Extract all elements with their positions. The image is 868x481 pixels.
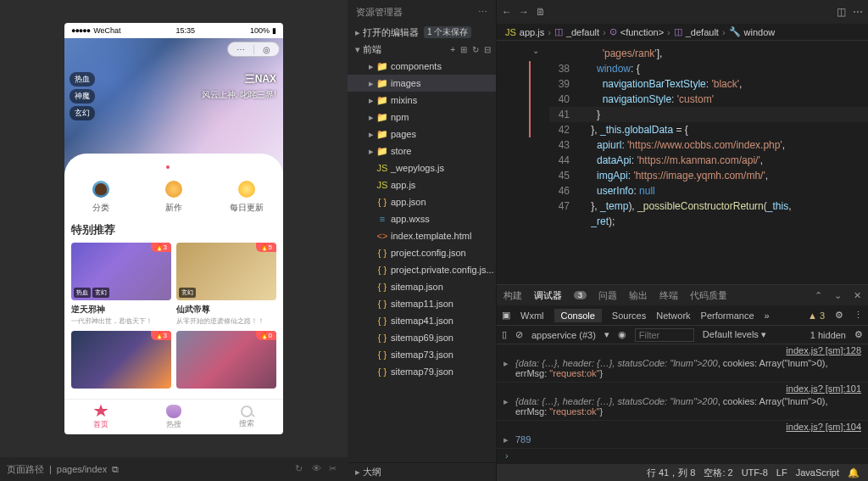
file-tree-item[interactable]: ▸📁pages bbox=[348, 126, 496, 143]
category-item[interactable]: 新作 bbox=[137, 181, 210, 214]
crumb[interactable]: _default bbox=[566, 27, 599, 37]
close-icon[interactable]: ✕ bbox=[854, 290, 861, 301]
page-path-label: 页面路径 bbox=[7, 463, 44, 476]
dev-tab[interactable]: 输出 bbox=[629, 289, 648, 302]
crumb[interactable]: _default bbox=[686, 27, 719, 37]
file-tree-item[interactable]: { }sitemap41.json bbox=[348, 312, 496, 329]
chevron-down-icon[interactable]: ⌄ bbox=[834, 290, 842, 301]
file-tree-item[interactable]: { }app.json bbox=[348, 193, 496, 210]
file-tree-item[interactable]: { }sitemap.json bbox=[348, 278, 496, 295]
file-tree-item[interactable]: ≡app.wxss bbox=[348, 210, 496, 227]
dev-tab[interactable]: 终端 bbox=[659, 289, 678, 302]
card-item[interactable]: 玄幻🔥5 仙武帝尊 从零开始的逆袭修仙之路！！ bbox=[176, 243, 276, 326]
card-item[interactable]: 热血玄幻🔥3 逆天邪神 一代邪神出世，君临天下！ bbox=[71, 243, 171, 326]
dev-tab[interactable]: 构建 bbox=[504, 289, 522, 302]
console-log-area[interactable]: index.js? [sm]:128{data: {…}, header: {…… bbox=[497, 344, 868, 464]
nav-search[interactable]: 搜索 bbox=[210, 400, 283, 434]
hidden-count[interactable]: 1 hidden bbox=[810, 330, 846, 340]
dev-tab[interactable]: 调试器 bbox=[534, 289, 562, 302]
crumb[interactable]: window bbox=[744, 27, 776, 37]
sidebar-toggle-icon[interactable]: ▯ bbox=[502, 329, 507, 340]
dev-tab[interactable]: 代码质量 bbox=[690, 289, 727, 302]
gear-icon[interactable]: ⚙ bbox=[854, 329, 863, 340]
file-tree-item[interactable]: { }sitemap69.json bbox=[348, 329, 496, 346]
file-icon[interactable]: 🗎 bbox=[536, 6, 546, 18]
page-path-value[interactable]: pages/index bbox=[57, 464, 107, 474]
context-select[interactable]: appservice (#3) bbox=[531, 330, 596, 340]
devtools-panel: 构建 调试器 3 问题 输出 终端 代码质量 ⌃ ⌄ ✕ ▣ Wxml Cons… bbox=[497, 284, 868, 464]
category-item[interactable]: 每日更新 bbox=[210, 181, 283, 214]
levels-select[interactable]: Default levels ▾ bbox=[703, 329, 766, 340]
root-folder-row[interactable]: ▾ 前端 + ⊞ ↻ ⊟ bbox=[348, 41, 496, 58]
heat-badge: 🔥5 bbox=[256, 243, 276, 252]
file-tree-item[interactable]: JSapp.js bbox=[348, 176, 496, 193]
capsule-menu[interactable]: ⋯◎ bbox=[227, 42, 280, 57]
capsule-close-icon[interactable]: ◎ bbox=[254, 45, 280, 54]
sub-tab[interactable]: Console bbox=[554, 309, 602, 322]
capsule-more-icon[interactable]: ⋯ bbox=[228, 45, 254, 54]
devtools-tabs: 构建 调试器 3 问题 输出 终端 代码质量 ⌃ ⌄ ✕ bbox=[497, 285, 868, 305]
indent-label[interactable]: 空格: 2 bbox=[704, 467, 732, 479]
collapse-icon[interactable]: ⊟ bbox=[484, 45, 491, 54]
bell-icon[interactable]: 🔔 bbox=[848, 467, 860, 478]
category-label: 分类 bbox=[92, 202, 109, 214]
signal-icon: ●●●●● bbox=[71, 26, 90, 35]
file-tree-item[interactable]: ▸📁npm bbox=[348, 109, 496, 126]
filter-input[interactable] bbox=[635, 328, 694, 342]
lang-label[interactable]: JavaScript bbox=[796, 467, 839, 478]
new-folder-icon[interactable]: ⊞ bbox=[460, 45, 467, 54]
file-tree-item[interactable]: { }sitemap11.json bbox=[348, 295, 496, 312]
card-item[interactable]: 🔥3 bbox=[71, 331, 171, 389]
file-tree-item[interactable]: ▸📁components bbox=[348, 58, 496, 75]
battery-icon: ▮ bbox=[272, 26, 276, 35]
inspect-icon[interactable]: ▣ bbox=[502, 310, 510, 321]
nav-home[interactable]: 首页 bbox=[64, 400, 137, 434]
chevron-up-icon[interactable]: ⌃ bbox=[815, 290, 822, 301]
gear-icon[interactable]: ⚙ bbox=[835, 310, 843, 321]
card-item[interactable]: 🔥0 bbox=[176, 331, 276, 389]
file-tree-item[interactable]: { }sitemap79.json bbox=[348, 363, 496, 380]
outline-row[interactable]: ▸ 大纲 bbox=[348, 462, 496, 481]
encoding-label[interactable]: UTF-8 bbox=[742, 467, 768, 478]
warning-count[interactable]: ▲ 3 bbox=[808, 310, 825, 321]
sub-tab[interactable]: Wxml bbox=[520, 310, 544, 321]
back-icon[interactable]: ← bbox=[502, 6, 512, 18]
crumb[interactable]: <function> bbox=[620, 27, 664, 37]
breadcrumb[interactable]: JSapp.js ›◫_default ›⊙<function> ›◫_defa… bbox=[497, 24, 868, 41]
eye-icon[interactable]: 👁 bbox=[312, 463, 324, 475]
sub-tab[interactable]: Network bbox=[656, 310, 690, 321]
nav-hot[interactable]: 热搜 bbox=[137, 400, 210, 434]
crumb[interactable]: app.js bbox=[520, 27, 544, 37]
sub-tab[interactable]: Performance bbox=[701, 310, 754, 321]
split-icon[interactable]: ◫ bbox=[837, 6, 846, 18]
file-tree-item[interactable]: ▸📁mixins bbox=[348, 92, 496, 109]
file-tree-item[interactable]: { }project.config.json bbox=[348, 244, 496, 261]
more-tabs-icon[interactable]: » bbox=[765, 310, 770, 321]
open-editors-row[interactable]: ▸ 打开的编辑器 1 个未保存 bbox=[348, 24, 496, 41]
new-file-icon[interactable]: + bbox=[450, 45, 455, 54]
refresh-icon[interactable]: ↻ bbox=[472, 45, 479, 54]
cut-icon[interactable]: ✂ bbox=[329, 463, 341, 475]
cursor-pos[interactable]: 行 41，列 8 bbox=[647, 467, 695, 479]
file-tree-item[interactable]: JS_wepylogs.js bbox=[348, 159, 496, 176]
live-icon[interactable]: ◉ bbox=[618, 329, 626, 340]
eol-label[interactable]: LF bbox=[776, 467, 787, 478]
rotate-icon[interactable]: ↻ bbox=[295, 463, 307, 475]
file-tree-item[interactable]: { }sitemap73.json bbox=[348, 346, 496, 363]
sub-tab[interactable]: Sources bbox=[612, 310, 646, 321]
dev-tab[interactable]: 问题 bbox=[598, 289, 617, 302]
forward-icon[interactable]: → bbox=[519, 6, 529, 18]
code-editor[interactable]: ⌄ 'pages/rank'],38 window: {39 navigatio… bbox=[497, 41, 868, 284]
file-tree-item[interactable]: ▸📁images bbox=[348, 75, 496, 92]
copy-icon[interactable]: ⧉ bbox=[112, 464, 119, 475]
more-icon[interactable]: ⋯ bbox=[853, 6, 863, 18]
open-editors-label: 打开的编辑器 bbox=[363, 26, 419, 39]
more-icon[interactable]: ⋯ bbox=[478, 7, 487, 18]
chevron-right-icon: ▸ bbox=[353, 467, 363, 478]
file-tree-item[interactable]: ▸📁store bbox=[348, 143, 496, 159]
kebab-icon[interactable]: ⋮ bbox=[854, 310, 863, 321]
file-tree-item[interactable]: <>index.template.html bbox=[348, 227, 496, 244]
category-item[interactable]: 分类 bbox=[64, 181, 137, 214]
file-tree-item[interactable]: { }project.private.config.js... bbox=[348, 261, 496, 278]
clear-icon[interactable]: ⊘ bbox=[515, 329, 523, 340]
